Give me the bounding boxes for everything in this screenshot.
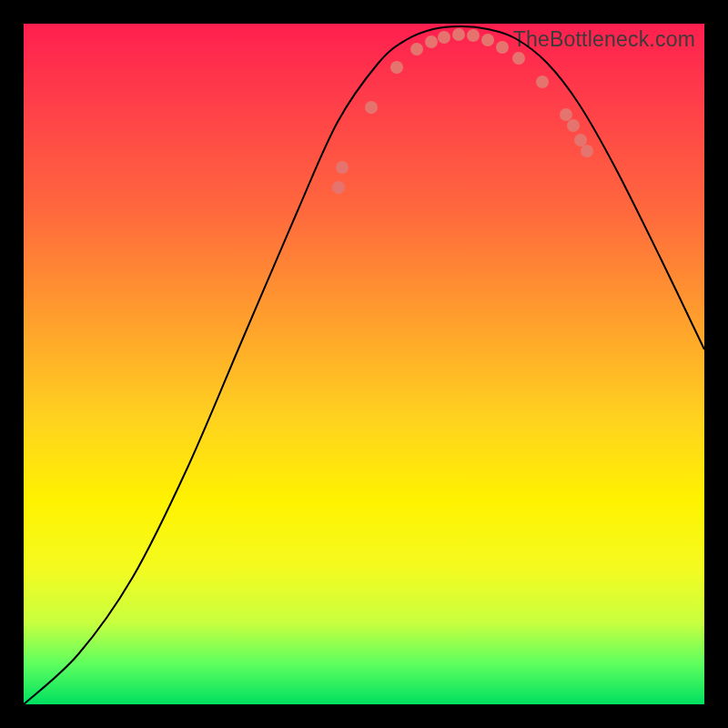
curve-marker [438,31,450,44]
chart-svg [24,24,704,704]
curve-marker [560,108,572,121]
curve-marker [496,41,509,54]
bottleneck-curve [24,26,704,704]
marker-group [332,28,593,194]
curve-marker [332,181,345,194]
curve-marker [536,76,549,88]
curve-marker [390,61,403,74]
curve-marker [425,35,438,48]
curve-marker [336,161,349,174]
curve-marker [452,28,465,41]
curve-marker [581,145,593,157]
curve-marker [512,52,525,65]
curve-marker [481,34,494,46]
chart-frame: TheBottleneck.com [0,0,728,728]
curve-marker [365,101,378,114]
curve-marker [567,119,580,132]
curve-marker [410,43,423,56]
curve-marker [574,134,587,147]
chart-plot-area: TheBottleneck.com [24,24,704,704]
curve-marker [467,29,480,42]
